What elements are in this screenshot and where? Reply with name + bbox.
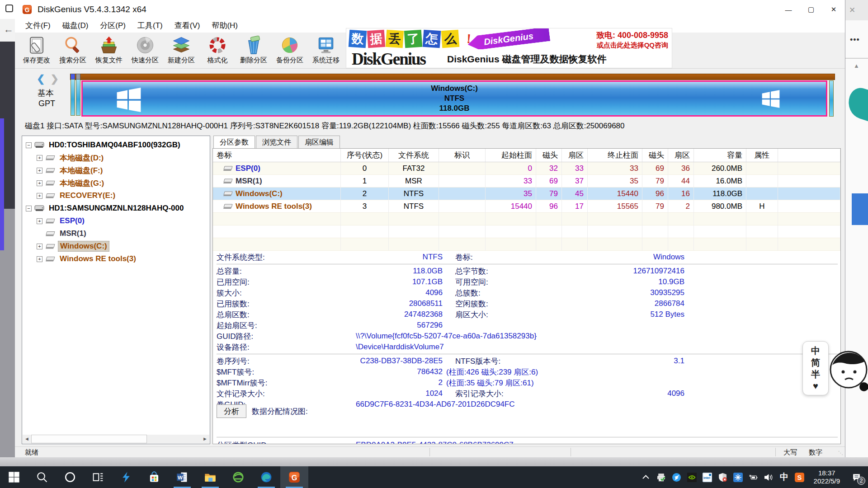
ie-button[interactable] (224, 466, 252, 488)
scroll-right-icon[interactable]: ► (201, 435, 209, 443)
tray-snowflake[interactable] (731, 466, 746, 488)
partition-bar-windows-c[interactable]: Windows(C:) NTFS 118.0GB (81, 80, 827, 117)
analyze-button[interactable]: 分析 (217, 404, 246, 418)
tray-printer[interactable] (654, 466, 669, 488)
scroll-left-icon[interactable]: ◄ (23, 435, 31, 443)
column-header[interactable]: 磁头 (536, 149, 562, 162)
quick-partition-button[interactable]: 快速分区 (127, 33, 163, 68)
table-row-windows-c-[interactable]: Windows(C:)2NTFS357945154409616118.0GB (213, 188, 840, 200)
search-partition-button[interactable]: 搜索分区 (55, 33, 91, 68)
column-header[interactable]: 磁头 (642, 149, 668, 162)
expand-icon[interactable]: + (37, 180, 42, 186)
table-row-msr-1-[interactable]: MSR(1)1MSR33693735794416.0MB (213, 175, 840, 188)
column-header[interactable]: 属性 (746, 149, 778, 162)
tray-battery[interactable] (746, 466, 761, 488)
expand-icon[interactable]: + (37, 193, 42, 199)
menu-item-1[interactable]: 磁盘(D) (57, 19, 94, 33)
table-row-esp-0-[interactable]: ESP(0)0FAT3203233336936260.0MB (213, 162, 840, 175)
column-header[interactable]: 文件系统 (389, 149, 439, 162)
minimize-button[interactable]: — (777, 0, 800, 19)
save-changes-button[interactable]: 保存更改 (19, 33, 55, 68)
tree-item-windows-c-[interactable]: +Windows(C:) (22, 240, 210, 253)
format-button[interactable]: 格式化 (199, 33, 236, 68)
tree-item--g-[interactable]: +本地磁盘(G:) (22, 177, 210, 189)
menu-item-5[interactable]: 帮助(H) (206, 19, 244, 33)
expand-icon[interactable]: + (37, 168, 42, 174)
tab-0[interactable]: 分区参数 (213, 136, 255, 148)
menu-item-4[interactable]: 查看(V) (169, 19, 206, 33)
taskbar-clock[interactable]: 18:37 2022/5/9 (814, 469, 840, 485)
nav-right-icon[interactable]: ❯ (51, 73, 59, 84)
tray-chevron-up[interactable] (638, 466, 654, 488)
close-button[interactable]: ✕ (822, 0, 845, 19)
nav-left-icon[interactable]: ❮ (37, 73, 45, 84)
expand-icon[interactable]: + (37, 218, 42, 224)
tray-sogou[interactable]: S (792, 466, 807, 488)
column-header[interactable]: 序号(状态) (341, 149, 389, 162)
tree-item-msr-1-[interactable]: MSR(1) (22, 227, 210, 240)
ad-banner[interactable]: 数据丢了怎么！ DiskGenius 致电: 400-008-9958 或点击此… (346, 28, 672, 68)
column-header[interactable]: 扇区 (562, 149, 588, 162)
column-header[interactable]: 终止柱面 (588, 149, 642, 162)
tree-item-hd0-toshibamq04abf100-932gb-[interactable]: −HD0:TOSHIBAMQ04ABF100(932GB) (22, 139, 210, 151)
edge-button[interactable] (252, 466, 280, 488)
word-button[interactable]: W (168, 466, 196, 488)
scroll-up-icon[interactable]: ▲ (854, 62, 859, 69)
menu-item-0[interactable]: 文件(F) (19, 19, 57, 33)
backup-partition-button[interactable]: 备份分区 (272, 33, 308, 68)
tree-item-esp-0-[interactable]: +ESP(0) (22, 215, 210, 227)
column-header[interactable]: 标识 (439, 149, 486, 162)
tree-item-recovery-e-[interactable]: +RECOVERY(E:) (22, 189, 210, 202)
scrollbar-thumb[interactable] (31, 435, 147, 443)
menu-item-3[interactable]: 工具(T) (132, 19, 169, 33)
expand-icon[interactable]: + (37, 155, 42, 161)
delete-partition-button[interactable]: 删除分区 (236, 33, 272, 68)
flash-app-button[interactable] (112, 466, 140, 488)
expand-icon[interactable]: + (37, 244, 42, 249)
maximize-button[interactable]: ▢ (800, 0, 822, 19)
menu-item-2[interactable]: 分区(P) (94, 19, 132, 33)
cortana-button[interactable] (56, 466, 84, 488)
tray-security[interactable] (715, 466, 731, 488)
task-view-button[interactable] (84, 466, 112, 488)
back-arrow-icon[interactable]: ← (0, 19, 15, 42)
horizontal-scrollbar[interactable]: ◄► (23, 435, 209, 443)
sogou-ime-widget[interactable]: 中简半♥ (802, 341, 829, 395)
recover-files-button[interactable]: 恢复文件 (91, 33, 127, 68)
column-header[interactable]: 起始柱面 (486, 149, 536, 162)
action-center-button[interactable]: 2 (844, 466, 868, 488)
table-row-windows-re-tools-3-[interactable]: Windows RE tools(3)3NTFS1544096171556579… (213, 200, 840, 213)
start-button[interactable] (0, 466, 28, 488)
tab-2[interactable]: 扇区编辑 (298, 136, 340, 148)
tray-intel[interactable]: intel (700, 466, 715, 488)
partition-sliver-winre[interactable] (829, 80, 834, 117)
ime-mode-char[interactable]: 中 (811, 345, 820, 356)
tray-nvidia[interactable] (684, 466, 700, 488)
tray-dingtalk[interactable] (669, 466, 684, 488)
tree-item--d-[interactable]: +本地磁盘(D:) (22, 151, 210, 164)
more-dots-icon[interactable]: ••• (850, 35, 860, 45)
collapse-icon[interactable]: − (26, 206, 32, 211)
tray-ime[interactable]: 中 (777, 466, 792, 488)
close-icon[interactable]: ✕ (845, 0, 868, 20)
tray-volume[interactable] (761, 466, 777, 488)
tree-item-hd1-samsungmznln128hahq-000[interactable]: −HD1:SAMSUNGMZNLN128HAHQ-000 (22, 202, 210, 215)
new-partition-button[interactable]: 新建分区 (163, 33, 199, 68)
column-header[interactable]: 容量 (694, 149, 746, 162)
expand-icon[interactable]: + (37, 256, 42, 262)
system-migration-button[interactable]: 系统迁移 (308, 33, 344, 68)
tree-item-windows-re-tools-3-[interactable]: +Windows RE tools(3) (22, 253, 210, 265)
diskgenius-button[interactable]: G (280, 466, 308, 488)
store-button[interactable] (140, 466, 168, 488)
resize-grip[interactable]: ⋱ (838, 450, 843, 456)
taskbar-search-button[interactable] (28, 466, 56, 488)
tab-1[interactable]: 浏览文件 (256, 136, 297, 148)
tree-item--f-[interactable]: +本地磁盘(F:) (22, 164, 210, 177)
ime-mode-char[interactable]: 简 (811, 357, 820, 368)
file-explorer-button[interactable] (196, 466, 224, 488)
partition-sliver-msr[interactable] (76, 74, 80, 116)
collapse-icon[interactable]: − (26, 142, 32, 148)
ime-mode-char[interactable]: 半 (811, 369, 820, 380)
ime-heart-icon[interactable]: ♥ (813, 380, 818, 391)
ad-qq-link[interactable]: 或点击此处选择QQ咨询 (596, 41, 668, 50)
